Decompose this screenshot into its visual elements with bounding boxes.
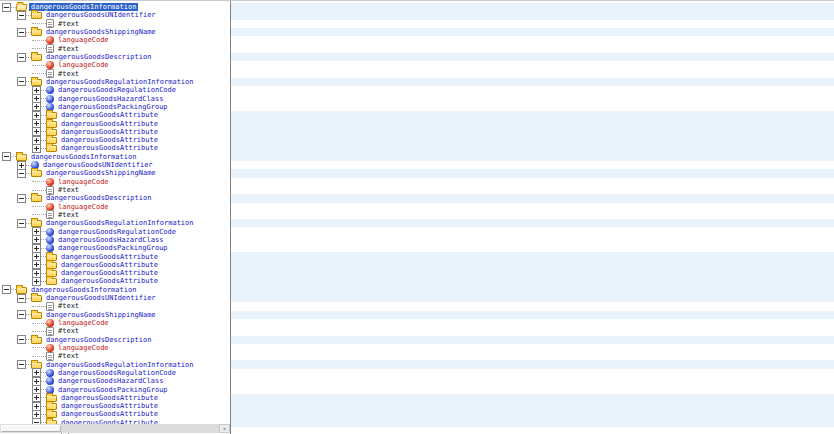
- node-name: dangerousGoodsDescription: [44, 53, 153, 61]
- value-row: [231, 3, 834, 11]
- expand-toggle-icon[interactable]: [32, 277, 41, 286]
- tree-node-row[interactable]: dangerousGoodsShippingName: [0, 169, 230, 177]
- node-name: #text: [56, 45, 81, 53]
- node-name: dangerousGoodsAttribute: [59, 277, 160, 285]
- value-row: [231, 111, 834, 119]
- value-row: PAINT RELATED MATERIAL: [231, 327, 834, 335]
- node-name: dangerousGoodsAttribute: [59, 128, 160, 136]
- tree-connector-line: [32, 306, 46, 307]
- expand-toggle-icon[interactable]: [2, 152, 11, 161]
- tree-connector-line: [32, 190, 46, 191]
- node-name: dangerousGoodsPackingGroup: [56, 103, 170, 111]
- tree-node-row[interactable]: languageCode: [0, 344, 230, 352]
- node-name: dangerousGoodsRegulationInformation: [44, 219, 196, 227]
- expand-toggle-icon[interactable]: [17, 77, 26, 86]
- tree-pane: dangerousGoodsInformation dangerousGoods…: [0, 1, 230, 434]
- expand-toggle-icon[interactable]: [17, 11, 26, 20]
- tree-node-row[interactable]: dangerousGoodsShippingName: [0, 28, 230, 36]
- tree-node-row[interactable]: languageCode: [0, 319, 230, 327]
- element-icon: [46, 377, 54, 385]
- node-name: dangerousGoodsUNIdentifier: [44, 11, 158, 19]
- tree-node-row[interactable]: dangerousGoodsInformation: [0, 153, 230, 161]
- tree-node-row[interactable]: languageCode: [0, 178, 230, 186]
- element-icon: [46, 95, 54, 103]
- node-name: dangerousGoodsInformation: [29, 153, 138, 161]
- tree-node-row[interactable]: dangerousGoodsUNIdentifier: [0, 294, 230, 302]
- tree-node-row[interactable]: languageCode: [0, 203, 230, 211]
- attribute-icon: [46, 203, 54, 211]
- tree-connector-line: [32, 40, 46, 41]
- tree-node-row[interactable]: dangerousGoodsAttribute: [0, 144, 230, 152]
- expand-toggle-icon[interactable]: [17, 335, 26, 344]
- value-row: EN: [231, 344, 834, 352]
- scroll-right-arrow-icon[interactable]: ›: [219, 424, 230, 433]
- scrollbar-thumb[interactable]: [1, 425, 61, 432]
- expand-toggle-icon[interactable]: [2, 3, 11, 12]
- node-name: dangerousGoodsAttribute: [59, 269, 160, 277]
- node-name: dangerousGoodsAttribute: [59, 402, 160, 410]
- tree-node-row[interactable]: dangerousGoodsAttribute: [0, 277, 230, 285]
- node-name: dangerousGoodsHazardClass: [56, 377, 165, 385]
- node-name: dangerousGoodsAttribute: [59, 253, 160, 261]
- node-name: dangerousGoodsHazardClass: [56, 95, 165, 103]
- node-name: dangerousGoodsAttribute: [59, 410, 160, 418]
- expand-toggle-icon[interactable]: [17, 53, 26, 62]
- node-name: dangerousGoodsShippingName: [44, 311, 158, 319]
- text-node-icon: [46, 352, 54, 361]
- node-name: dangerousGoodsRegulationCode: [56, 86, 178, 94]
- expand-toggle-icon[interactable]: [17, 219, 26, 228]
- attribute-icon: [46, 344, 54, 352]
- tree-connector-line: [32, 206, 46, 207]
- value-row: ICA: [231, 369, 834, 377]
- expand-toggle-icon[interactable]: [17, 310, 26, 319]
- value-row: [231, 294, 834, 302]
- expand-toggle-icon[interactable]: [32, 144, 41, 153]
- value-row: EN: [231, 319, 834, 327]
- value-row: [231, 128, 834, 136]
- element-icon: [46, 369, 54, 377]
- expand-toggle-icon[interactable]: [17, 294, 26, 303]
- tree-connector-line: [32, 214, 46, 215]
- tree-node-row[interactable]: dangerousGoodsShippingName: [0, 311, 230, 319]
- folder-icon: [31, 54, 42, 61]
- value-row: [231, 28, 834, 36]
- folder-icon: [46, 145, 57, 152]
- node-name: #text: [56, 327, 81, 335]
- node-name: dangerousGoodsShippingName: [44, 28, 158, 36]
- horizontal-scrollbar[interactable]: ›: [0, 424, 230, 433]
- node-name: dangerousGoodsAttribute: [59, 111, 160, 119]
- node-name: languageCode: [56, 344, 111, 352]
- value-pane: UN1263 NL Verf-verwante producten Beperk…: [231, 1, 834, 434]
- value-row: 3.: [231, 377, 834, 385]
- node-name: dangerousGoodsHazardClass: [56, 236, 165, 244]
- value-row: [231, 119, 834, 127]
- tree-node-row[interactable]: dangerousGoodsDescription: [0, 336, 230, 344]
- tree-node-row[interactable]: dangerousGoodsDescription: [0, 53, 230, 61]
- node-name: #text: [56, 302, 81, 310]
- expand-toggle-icon[interactable]: [17, 360, 26, 369]
- value-row: Verf-verwante producten Beperkte hoeveel…: [231, 45, 834, 53]
- value-row: [231, 136, 834, 144]
- folder-icon: [31, 12, 42, 19]
- node-name: dangerousGoodsShippingName: [44, 169, 158, 177]
- node-name: dangerousGoodsAttribute: [59, 261, 160, 269]
- value-row: [231, 219, 834, 227]
- tree-node-row[interactable]: dangerousGoodsUNIdentifier: [0, 11, 230, 19]
- node-name: dangerousGoodsAttribute: [59, 136, 160, 144]
- value-row: [231, 394, 834, 402]
- text-node-icon: [46, 44, 54, 53]
- node-name: languageCode: [56, 203, 111, 211]
- expand-toggle-icon[interactable]: [17, 194, 26, 203]
- tree-connector-line: [32, 73, 46, 74]
- tree-node-row[interactable]: dangerousGoodsDescription: [0, 194, 230, 202]
- expand-toggle-icon[interactable]: [17, 169, 26, 178]
- text-node-icon: [46, 210, 54, 219]
- value-row: [231, 53, 834, 61]
- tree-node-row[interactable]: languageCode: [0, 36, 230, 44]
- tree-node-row[interactable]: languageCode: [0, 61, 230, 69]
- node-name: dangerousGoodsRegulationCode: [56, 369, 178, 377]
- node-name: dangerousGoodsInformation: [29, 3, 138, 11]
- expand-toggle-icon[interactable]: [2, 285, 11, 294]
- node-name: languageCode: [56, 61, 111, 69]
- expand-toggle-icon[interactable]: [17, 28, 26, 37]
